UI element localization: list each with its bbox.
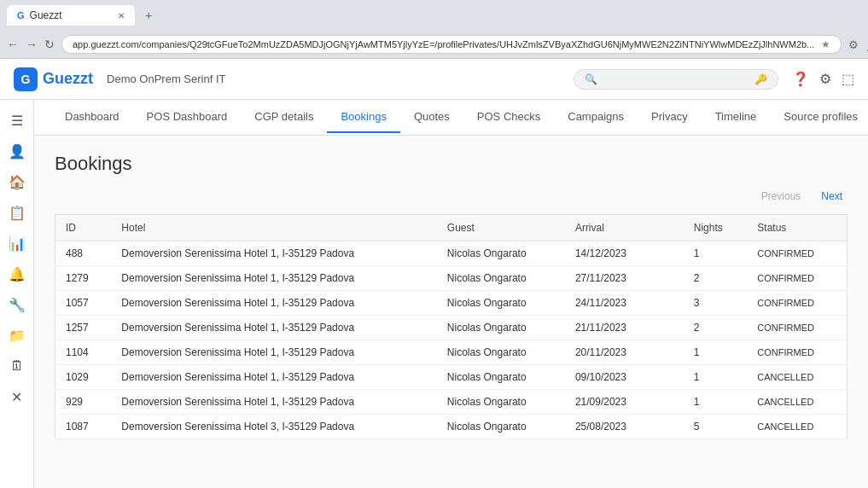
cell-nights: 5: [684, 415, 748, 439]
cell-id: 1029: [55, 365, 112, 390]
cell-id: 1087: [55, 415, 112, 439]
table-row[interactable]: 1087Demoversion Serenissima Hotel 3, I-3…: [55, 415, 848, 439]
help-icon[interactable]: ❓: [792, 71, 809, 87]
cell-hotel: Demoversion Serenissima Hotel 1, I-35129…: [111, 390, 437, 415]
cell-guest: Nicolas Ongarato: [437, 365, 565, 390]
nav-tab-quotes[interactable]: Quotes: [400, 102, 463, 133]
nav-tab-pos-checks[interactable]: POS Checks: [463, 102, 554, 133]
app-header: G Guezzt Demo OnPrem Serinf IT 🔍 🔑 ❓ ⚙ ⬚: [0, 59, 868, 100]
address-bar[interactable]: app.guezzt.com/companies/Q29tcGFueTo2MmU…: [61, 35, 842, 54]
cell-extra: [657, 291, 684, 316]
table-row[interactable]: 1279Demoversion Serenissima Hotel 1, I-3…: [55, 266, 848, 291]
cell-status: CONFIRMED: [747, 291, 847, 316]
table-row[interactable]: 929Demoversion Serenissima Hotel 1, I-35…: [55, 390, 848, 415]
page-title: Bookings: [55, 153, 848, 175]
col-header-hotel: Hotel: [111, 215, 437, 241]
key-icon: 🔑: [754, 73, 767, 85]
cell-status: CONFIRMED: [747, 241, 847, 266]
content-area: DashboardPOS DashboardCGP detailsBooking…: [34, 100, 868, 488]
cell-hotel: Demoversion Serenissima Hotel 1, I-35129…: [111, 291, 437, 316]
next-button[interactable]: Next: [816, 189, 848, 204]
tab-title: Guezzt: [30, 9, 62, 21]
cell-id: 1057: [55, 291, 112, 316]
nav-tab-cgp-details[interactable]: CGP details: [241, 102, 327, 133]
sidebar-folder-icon[interactable]: 📁: [3, 322, 31, 349]
nav-tab-campaigns[interactable]: Campaigns: [554, 102, 638, 133]
cell-guest: Nicolas Ongarato: [437, 415, 565, 439]
sidebar-tool-icon[interactable]: 🔧: [3, 291, 31, 318]
cell-nights: 2: [684, 266, 748, 291]
url-text: app.guezzt.com/companies/Q29tcGFueTo2MmU…: [73, 39, 814, 49]
table-row[interactable]: 1104Demoversion Serenissima Hotel 1, I-3…: [55, 340, 848, 365]
tab-close-button[interactable]: ✕: [118, 11, 125, 20]
forward-button[interactable]: →: [26, 34, 38, 55]
nav-tab-pos-dashboard[interactable]: POS Dashboard: [133, 102, 242, 133]
table-row[interactable]: 1257Demoversion Serenissima Hotel 1, I-3…: [55, 316, 848, 340]
previous-button[interactable]: Previous: [756, 189, 807, 204]
cell-status: CONFIRMED: [747, 316, 847, 340]
cell-id: 929: [55, 390, 112, 415]
cell-status: CONFIRMED: [747, 340, 847, 365]
cell-nights: 1: [684, 365, 748, 390]
cell-nights: 2: [684, 316, 748, 340]
cell-extra: [657, 241, 684, 266]
table-row[interactable]: 1057Demoversion Serenissima Hotel 1, I-3…: [55, 291, 848, 316]
bookings-table: IDHotelGuestArrivalNightsStatus 488Demov…: [55, 214, 848, 439]
cell-id: 1104: [55, 340, 112, 365]
cell-id: 1257: [55, 316, 112, 340]
cell-arrival: 24/11/2023: [565, 291, 657, 316]
search-input[interactable]: [604, 73, 748, 85]
settings-icon[interactable]: ⚙: [819, 71, 831, 87]
sidebar-close-icon[interactable]: ✕: [3, 383, 31, 410]
sidebar-list-icon[interactable]: 📋: [3, 199, 31, 226]
cell-guest: Nicolas Ongarato: [437, 241, 565, 266]
nav-tab-bookings[interactable]: Bookings: [327, 102, 399, 133]
cell-status: CONFIRMED: [747, 266, 847, 291]
bookmark-icon[interactable]: ★: [821, 38, 830, 50]
header-search[interactable]: 🔍 🔑: [574, 69, 778, 90]
cell-nights: 1: [684, 241, 748, 266]
cell-extra: [657, 340, 684, 365]
grid-icon[interactable]: ⬚: [842, 71, 854, 87]
sidebar-chart-icon[interactable]: 📊: [3, 229, 31, 257]
tab-favicon: G: [17, 10, 25, 20]
cell-arrival: 21/11/2023: [565, 316, 657, 340]
sidebar-calendar-icon[interactable]: 🗓: [3, 352, 31, 380]
nav-tab-timeline[interactable]: Timeline: [702, 102, 771, 133]
cell-hotel: Demoversion Serenissima Hotel 1, I-35129…: [111, 365, 437, 390]
reload-button[interactable]: ↻: [44, 34, 55, 55]
col-header-arrival: Arrival: [565, 215, 657, 241]
nav-tab-dashboard[interactable]: Dashboard: [51, 102, 133, 133]
sidebar-bell-icon[interactable]: 🔔: [3, 260, 31, 288]
cell-extra: [657, 365, 684, 390]
new-tab-button[interactable]: +: [138, 5, 159, 26]
cell-guest: Nicolas Ongarato: [437, 291, 565, 316]
cell-nights: 1: [684, 340, 748, 365]
sidebar-home-icon[interactable]: 🏠: [3, 168, 31, 195]
back-button[interactable]: ←: [7, 34, 19, 55]
page-content: Bookings Previous Next IDHotelGuestArriv…: [34, 136, 868, 488]
col-header-: [657, 215, 684, 241]
active-tab[interactable]: G Guezzt ✕: [7, 5, 135, 26]
cell-hotel: Demoversion Serenissima Hotel 3, I-35129…: [111, 415, 437, 439]
address-bar-row: ← → ↻ app.guezzt.com/companies/Q29tcGFue…: [7, 31, 861, 58]
col-header-nights: Nights: [684, 215, 748, 241]
nav-tab-source-profiles[interactable]: Source profiles: [770, 102, 868, 133]
cell-arrival: 14/12/2023: [565, 241, 657, 266]
cell-nights: 3: [684, 291, 748, 316]
cell-arrival: 09/10/2023: [565, 365, 657, 390]
nav-tab-privacy[interactable]: Privacy: [638, 102, 702, 133]
table-row[interactable]: 488Demoversion Serenissima Hotel 1, I-35…: [55, 241, 848, 266]
logo[interactable]: G Guezzt: [14, 67, 93, 91]
company-name: Demo OnPrem Serinf IT: [107, 73, 225, 85]
extensions-button[interactable]: ⚙: [848, 34, 859, 55]
cell-id: 1279: [55, 266, 112, 291]
main-layout: ☰ 👤 🏠 📋 📊 🔔 🔧 📁 🗓 ✕ DashboardPOS Dashboa…: [0, 100, 868, 488]
cell-guest: Nicolas Ongarato: [437, 266, 565, 291]
sidebar-user-icon[interactable]: 👤: [3, 137, 31, 165]
cell-guest: Nicolas Ongarato: [437, 316, 565, 340]
cell-arrival: 25/08/2023: [565, 415, 657, 439]
cell-arrival: 20/11/2023: [565, 340, 657, 365]
table-row[interactable]: 1029Demoversion Serenissima Hotel 1, I-3…: [55, 365, 848, 390]
sidebar-menu-icon[interactable]: ☰: [3, 107, 31, 134]
